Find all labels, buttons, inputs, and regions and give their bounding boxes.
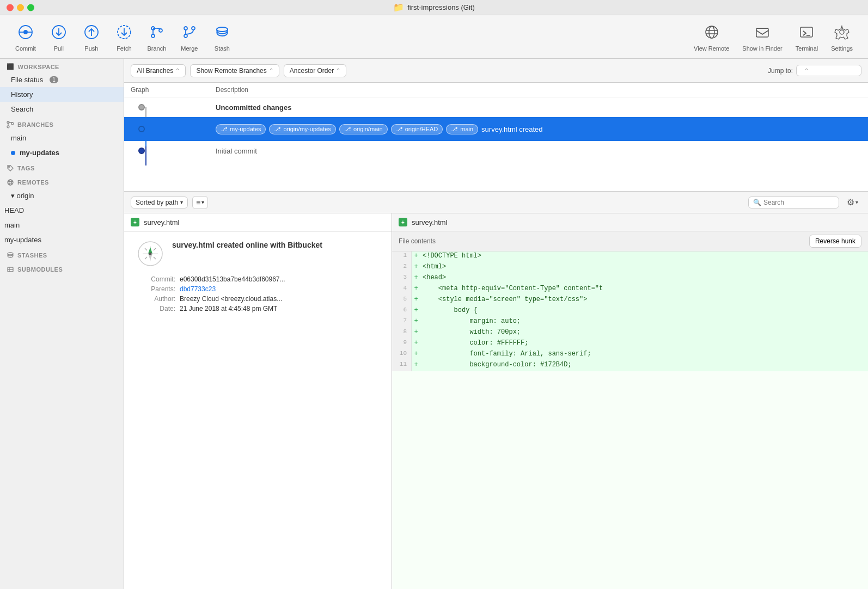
sidebar-branch-my-updates[interactable]: my-updates bbox=[0, 145, 124, 160]
hash-value: e06308d31513ba7be44b3df60967... bbox=[180, 275, 378, 283]
svg-point-37 bbox=[8, 253, 13, 255]
graph-row-survey-commit[interactable]: ⎇ my-updates ⎇ origin/my-updates ⎇ origi… bbox=[124, 117, 868, 141]
diff-code: color: #FFFFFF; bbox=[420, 339, 868, 349]
toolbar: Commit Pull Push bbox=[0, 15, 868, 59]
globe-icon bbox=[702, 22, 722, 42]
svg-point-16 bbox=[192, 27, 195, 30]
chevron-down-icon: ▾ bbox=[855, 199, 858, 205]
sidebar-remote-origin[interactable]: ▾ origin bbox=[0, 188, 124, 203]
svg-point-29 bbox=[7, 126, 9, 128]
terminal-button[interactable]: Terminal bbox=[789, 19, 825, 55]
terminal-label: Terminal bbox=[796, 45, 818, 52]
show-in-finder-button[interactable]: Show in Finder bbox=[736, 19, 788, 55]
fetch-label: Fetch bbox=[117, 45, 132, 52]
merge-button[interactable]: Merge bbox=[173, 19, 206, 55]
file-added-badge: + bbox=[131, 218, 139, 226]
active-branch-dot bbox=[11, 151, 15, 155]
stash-button[interactable]: Stash bbox=[206, 19, 239, 55]
push-button[interactable]: Push bbox=[75, 19, 108, 55]
history-toolbar: All Branches ⌃ Show Remote Branches ⌃ An… bbox=[124, 59, 868, 83]
commit-description: survey.html created bbox=[481, 125, 542, 133]
graph-header: Graph Description bbox=[124, 83, 868, 97]
branch-tag-origin-main: ⎇ origin/main bbox=[339, 124, 388, 134]
settings-button[interactable]: Settings bbox=[824, 19, 859, 55]
show-remote-dropdown[interactable]: Show Remote Branches ⌃ bbox=[190, 64, 279, 77]
sidebar-branch-main[interactable]: main bbox=[0, 131, 124, 145]
parent-commit-link[interactable]: dbd7733c23 bbox=[180, 285, 216, 293]
list-view-button[interactable]: ≡ ▾ bbox=[192, 196, 208, 209]
commit-label: Commit bbox=[15, 45, 36, 52]
graph-row-initial-commit[interactable]: Initial commit bbox=[124, 141, 868, 161]
fetch-icon bbox=[114, 22, 134, 42]
svg-point-32 bbox=[9, 167, 10, 168]
view-remote-label: View Remote bbox=[694, 45, 729, 52]
parents-value: dbd7733c23 bbox=[180, 285, 378, 293]
settings-icon bbox=[832, 22, 852, 42]
author-label: Author: bbox=[137, 295, 175, 303]
workspace-section-header: ⬛ WORKSPACE bbox=[0, 59, 124, 72]
line-number: 8 bbox=[392, 328, 412, 339]
svg-point-27 bbox=[840, 30, 844, 34]
diff-code: body { bbox=[420, 306, 868, 317]
stashes-icon bbox=[7, 251, 14, 259]
file-name: survey.html bbox=[144, 218, 180, 226]
chevron-down-icon: ▾ bbox=[180, 199, 183, 205]
line-number: 9 bbox=[392, 339, 412, 349]
commit-button[interactable]: Commit bbox=[9, 19, 42, 55]
workspace-icon: ⬛ bbox=[7, 63, 15, 70]
sidebar-remote-head[interactable]: HEAD bbox=[0, 203, 124, 218]
diff-sign: + bbox=[412, 360, 420, 371]
diff-settings-button[interactable]: ⚙ ▾ bbox=[843, 195, 861, 209]
sidebar-remote-main[interactable]: main bbox=[0, 218, 124, 232]
view-remote-button[interactable]: View Remote bbox=[687, 19, 736, 55]
branch-icon: ⎇ bbox=[274, 126, 281, 133]
sidebar-remote-my-updates[interactable]: my-updates bbox=[0, 232, 124, 247]
chevron-down-icon: ⌃ bbox=[804, 68, 809, 73]
sidebar-item-search[interactable]: Search bbox=[0, 102, 124, 116]
reverse-hunk-button[interactable]: Reverse hunk bbox=[809, 235, 861, 248]
gear-icon: ⚙ bbox=[847, 197, 854, 207]
close-button[interactable] bbox=[7, 4, 14, 11]
diff-sign: + bbox=[412, 251, 420, 262]
commit-author-row: survey.html created online with Bitbucke… bbox=[137, 241, 378, 267]
svg-point-20 bbox=[709, 26, 714, 38]
line-number: 2 bbox=[392, 262, 412, 273]
jump-to-dropdown[interactable]: ⌃ bbox=[796, 65, 861, 76]
list-item[interactable]: + survey.html bbox=[124, 213, 392, 231]
diff-sign: + bbox=[412, 328, 420, 339]
branch-tag-origin-head: ⎇ origin/HEAD bbox=[391, 124, 443, 134]
sidebar-item-file-status[interactable]: File status 1 bbox=[0, 72, 124, 87]
sidebar-item-history[interactable]: History bbox=[0, 87, 124, 102]
all-branches-dropdown[interactable]: All Branches ⌃ bbox=[131, 64, 186, 77]
content-area: All Branches ⌃ Show Remote Branches ⌃ An… bbox=[124, 59, 868, 589]
list-icon: ≡ bbox=[196, 198, 200, 207]
branch-label: Branch bbox=[147, 45, 166, 52]
description-col-header: Description bbox=[211, 86, 868, 94]
diff-line: 1+<!DOCTYPE html> bbox=[392, 251, 868, 262]
fetch-button[interactable]: Fetch bbox=[108, 19, 140, 55]
diff-sign: + bbox=[412, 273, 420, 284]
svg-point-49 bbox=[149, 253, 152, 255]
maximize-button[interactable] bbox=[27, 4, 34, 11]
diff-line: 11+ background-color: #172B4D; bbox=[392, 360, 868, 371]
remotes-icon bbox=[7, 179, 14, 186]
sort-by-path-button[interactable]: Sorted by path ▾ bbox=[131, 197, 188, 208]
diff-sign: + bbox=[412, 262, 420, 273]
merge-icon bbox=[180, 22, 199, 42]
graph-desc-tags: ⎇ my-updates ⎇ origin/my-updates ⎇ origi… bbox=[211, 124, 868, 134]
diff-content: 1+<!DOCTYPE html>2+<html>3+<head>4+ <met… bbox=[392, 251, 868, 589]
diff-code: <head> bbox=[420, 273, 868, 284]
svg-rect-23 bbox=[756, 28, 768, 37]
pull-button[interactable]: Pull bbox=[42, 19, 75, 55]
minimize-button[interactable] bbox=[17, 4, 24, 11]
author-avatar bbox=[137, 241, 163, 267]
graph-row-uncommitted[interactable]: Uncommitted changes bbox=[124, 97, 868, 117]
ancestor-order-dropdown[interactable]: Ancestor Order ⌃ bbox=[284, 64, 346, 77]
file-search-box[interactable]: 🔍 bbox=[748, 197, 839, 208]
diff-sign: + bbox=[412, 295, 420, 306]
graph-cell bbox=[124, 104, 211, 111]
branch-button[interactable]: Branch bbox=[140, 19, 173, 55]
stash-icon bbox=[212, 22, 232, 42]
pull-icon bbox=[49, 22, 69, 42]
search-input[interactable] bbox=[763, 199, 834, 206]
